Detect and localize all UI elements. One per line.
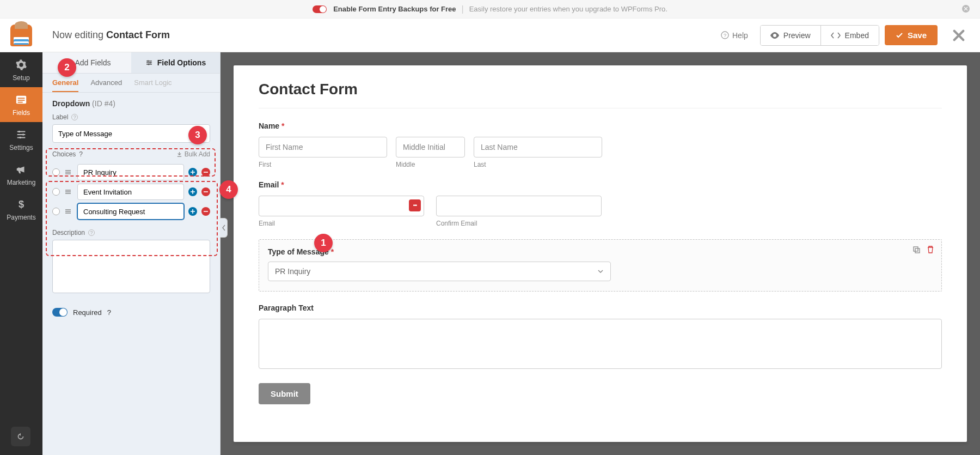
form-card: Contact Form Name * First Middle Last [234, 65, 967, 442]
subtab-advanced[interactable]: Advanced [90, 74, 122, 92]
trash-icon[interactable] [926, 245, 935, 254]
help-icon[interactable]: ? [71, 114, 78, 120]
promo-banner: Enable Form Entry Backups for Free | Eas… [0, 0, 980, 19]
revisions-button[interactable] [11, 427, 30, 446]
save-button[interactable]: Save [885, 25, 938, 45]
sliders-icon [15, 129, 28, 141]
annotation-3: 3 [188, 126, 207, 144]
field-email[interactable]: Email * ••• Email Confirm Email [259, 180, 942, 227]
field-name[interactable]: Name * First Middle Last [259, 122, 942, 168]
add-choice-icon[interactable] [188, 187, 197, 196]
sub-label: First [259, 161, 387, 168]
sub-label: Email [259, 220, 424, 227]
chevron-down-icon [597, 268, 604, 275]
remove-choice-icon[interactable] [201, 207, 210, 216]
confirm-email-input[interactable] [436, 196, 602, 216]
code-icon [831, 32, 841, 39]
preview-button[interactable]: Preview [761, 26, 821, 45]
drag-handle-icon[interactable] [64, 168, 73, 176]
annotation-1: 1 [314, 234, 333, 252]
close-builder-icon[interactable] [943, 29, 975, 41]
svg-point-13 [149, 62, 151, 64]
promo-toggle[interactable] [313, 5, 327, 13]
builder-nav: Setup Fields Settings Marketing $ Paymen… [0, 52, 42, 455]
label-input[interactable] [52, 124, 210, 143]
annotation-2: 2 [58, 58, 76, 77]
annotation-4: 4 [219, 180, 238, 199]
choice-default-radio[interactable] [52, 168, 60, 176]
choice-input[interactable] [77, 164, 184, 180]
svg-point-14 [148, 64, 149, 65]
nav-marketing[interactable]: Marketing [0, 157, 42, 192]
remove-choice-icon[interactable] [201, 168, 210, 177]
remove-choice-icon[interactable] [201, 187, 210, 196]
paragraph-textarea[interactable] [259, 319, 942, 369]
label-section-label: Label? [52, 113, 210, 121]
type-select[interactable]: PR Inquiry [268, 262, 611, 281]
submit-button[interactable]: Submit [259, 383, 310, 404]
sub-label: Last [474, 161, 602, 168]
app-logo[interactable] [0, 25, 42, 46]
choice-row [42, 182, 220, 202]
svg-rect-6 [18, 102, 23, 103]
nav-payments[interactable]: $ Payments [0, 192, 42, 227]
svg-point-9 [19, 137, 21, 139]
collapse-panel-handle[interactable] [220, 218, 228, 238]
choice-input[interactable] [77, 203, 184, 220]
required-toggle[interactable] [52, 308, 68, 317]
description-textarea[interactable] [52, 240, 210, 293]
subtab-smart-logic[interactable]: Smart Logic [134, 74, 171, 92]
drag-handle-icon[interactable] [64, 208, 73, 215]
form-title: Contact Form [259, 81, 942, 108]
svg-rect-5 [18, 100, 25, 101]
dollar-icon: $ [15, 198, 28, 210]
svg-rect-15 [914, 247, 918, 251]
bullhorn-icon [15, 163, 28, 175]
email-input[interactable] [259, 196, 424, 216]
duplicate-icon[interactable] [912, 245, 921, 254]
svg-rect-4 [18, 98, 25, 99]
first-name-input[interactable] [259, 137, 387, 157]
bulk-add-link[interactable]: Bulk Add [176, 150, 210, 158]
tab-add-fields[interactable]: Add Fields [42, 52, 131, 73]
svg-point-8 [22, 134, 24, 136]
promo-close-icon[interactable] [961, 4, 970, 13]
last-name-input[interactable] [474, 137, 602, 157]
help-icon[interactable]: ? [107, 308, 111, 317]
choice-default-radio[interactable] [52, 188, 60, 196]
required-label: Required [73, 308, 102, 317]
add-choice-icon[interactable] [188, 207, 197, 216]
list-icon [15, 94, 28, 106]
svg-text:?: ? [724, 33, 726, 38]
add-choice-icon[interactable] [188, 168, 197, 177]
svg-point-7 [19, 131, 21, 133]
help-icon[interactable]: ? [79, 150, 83, 158]
middle-initial-input[interactable] [396, 137, 465, 157]
nav-fields[interactable]: Fields [0, 87, 42, 122]
field-header: Dropdown (ID #4) [42, 93, 220, 113]
svg-rect-16 [915, 248, 920, 253]
help-link[interactable]: ? Help [714, 31, 755, 40]
nav-settings[interactable]: Settings [0, 122, 42, 157]
nav-setup[interactable]: Setup [0, 52, 42, 87]
field-paragraph[interactable]: Paragraph Text [259, 304, 942, 371]
promo-title: Enable Form Entry Backups for Free [333, 5, 456, 13]
embed-button[interactable]: Embed [821, 26, 879, 45]
check-icon [896, 32, 903, 39]
drag-handle-icon[interactable] [64, 188, 73, 196]
choice-row [42, 162, 220, 182]
options-icon [145, 59, 153, 66]
choice-default-radio[interactable] [52, 208, 60, 215]
choice-row [42, 202, 220, 221]
form-preview-canvas: Contact Form Name * First Middle Last [220, 52, 980, 455]
field-type-of-message-selected[interactable]: Type of Message * PR Inquiry [259, 239, 942, 292]
sub-label: Confirm Email [436, 220, 602, 227]
editing-title: Now editing Contact Form [42, 29, 714, 41]
help-icon[interactable]: ? [88, 229, 95, 236]
tab-field-options[interactable]: Field Options [131, 52, 220, 73]
password-manager-icon[interactable]: ••• [409, 199, 421, 211]
choices-section-label: Choices? [52, 150, 83, 158]
help-icon: ? [721, 31, 729, 39]
history-icon [16, 432, 26, 441]
choice-input[interactable] [77, 184, 184, 200]
